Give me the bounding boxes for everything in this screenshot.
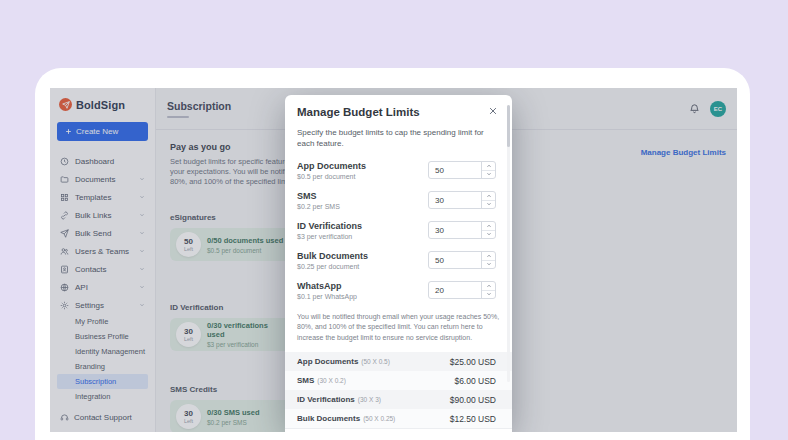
chevron-down-icon — [139, 230, 145, 236]
user-avatar[interactable]: EC — [710, 101, 726, 117]
users-icon — [60, 247, 69, 256]
sidebar-item-contacts[interactable]: Contacts — [57, 260, 148, 278]
budget-field-sms: SMS $0.2 per SMS 30 — [297, 191, 500, 210]
stepper-up-icon[interactable] — [482, 222, 495, 231]
dashboard-icon — [60, 157, 69, 166]
stepper-down-icon[interactable] — [482, 231, 495, 239]
chevron-up-icon — [139, 302, 145, 308]
sms-credits-remaining-badge: 30 Left — [176, 404, 201, 429]
close-icon[interactable] — [488, 106, 500, 118]
stepper-down-icon[interactable] — [482, 201, 495, 209]
bulk-documents-limit-input[interactable]: 50 — [428, 251, 496, 269]
contact-icon — [60, 265, 69, 274]
manage-budget-limits-modal: Manage Budget Limits Specify the budget … — [285, 95, 512, 428]
id-verification-remaining-badge: 30 Left — [176, 322, 201, 347]
grid-icon — [60, 193, 69, 202]
stepper-up-icon[interactable] — [482, 162, 495, 171]
boldsign-app: BoldSign Create New Dashboard Documents … — [50, 88, 737, 432]
stepper-up-icon[interactable] — [482, 192, 495, 201]
chevron-down-icon — [139, 266, 145, 272]
id-verification-usage-card: 30 Left 0/30 verifications used $3 per v… — [170, 318, 292, 351]
manage-budget-limits-link[interactable]: Manage Budget Limits — [641, 148, 726, 157]
sms-credits-usage-card: 30 Left 0/30 SMS used $0.2 per SMS — [170, 400, 292, 432]
boldsign-logo: BoldSign — [59, 98, 148, 111]
modal-note: You will be notified through email when … — [297, 312, 500, 344]
gear-icon — [60, 301, 69, 310]
summary-row: App Documents (50 X 0.5) $25.00 USD — [285, 352, 512, 371]
stepper-down-icon[interactable] — [482, 171, 495, 179]
sidebar-item-api[interactable]: API — [57, 278, 148, 296]
budget-field-app-documents: App Documents $0.5 per document 50 — [297, 161, 500, 180]
cost-summary: App Documents (50 X 0.5) $25.00 USD SMS … — [285, 352, 512, 428]
sidebar-subitem-integration[interactable]: Integration — [57, 389, 148, 404]
stepper-up-icon[interactable] — [482, 282, 495, 291]
sidebar-item-settings[interactable]: Settings — [57, 296, 148, 314]
chevron-down-icon — [139, 284, 145, 290]
esignatures-usage-text: 0/50 documents used — [207, 236, 283, 245]
sms-credits-rate-text: $0.2 per SMS — [207, 419, 260, 426]
stepper-down-icon[interactable] — [482, 291, 495, 299]
create-new-label: Create New — [76, 127, 118, 136]
modal-footer: Cancel Set Limits — [285, 428, 512, 432]
summary-row: ID Verifications (30 X 3) $90.00 USD — [285, 390, 512, 409]
whatsapp-limit-input[interactable]: 20 — [428, 281, 496, 299]
id-verifications-limit-input[interactable]: 30 — [428, 221, 496, 239]
summary-row: SMS (30 X 0.2) $6.00 USD — [285, 371, 512, 390]
id-verification-usage-text: 0/30 verifications used — [207, 321, 286, 339]
budget-field-bulk-documents: Bulk Documents $0.25 per document 50 — [297, 251, 500, 270]
link-icon — [60, 211, 69, 220]
budget-field-id-verifications: ID Verifications $3 per verification 30 — [297, 221, 500, 240]
headset-icon — [60, 413, 69, 422]
stepper-up-icon[interactable] — [482, 252, 495, 261]
active-tab-indicator — [167, 116, 189, 118]
chevron-down-icon — [139, 212, 145, 218]
sidebar-subitem-branding[interactable]: Branding — [57, 359, 148, 374]
sidebar-subitem-subscription[interactable]: Subscription — [57, 374, 148, 389]
esignatures-remaining-badge: 50 Left — [176, 232, 201, 257]
notifications-bell-icon[interactable] — [689, 103, 700, 114]
sms-credits-usage-text: 0/30 SMS used — [207, 408, 260, 417]
page-title: Subscription — [167, 100, 231, 112]
sms-limit-input[interactable]: 30 — [428, 191, 496, 209]
scrollbar-thumb[interactable] — [507, 105, 510, 147]
boldsign-logo-icon — [59, 98, 72, 111]
sidebar-item-users-teams[interactable]: Users & Teams — [57, 242, 148, 260]
sidebar-item-bulk-send[interactable]: Bulk Send — [57, 224, 148, 242]
chevron-down-icon — [139, 194, 145, 200]
sidebar: BoldSign Create New Dashboard Documents … — [50, 88, 156, 432]
browser-window-frame: BoldSign Create New Dashboard Documents … — [35, 68, 750, 440]
stepper-down-icon[interactable] — [482, 261, 495, 269]
chevron-down-icon — [139, 248, 145, 254]
modal-scrollbar[interactable] — [507, 105, 510, 382]
boldsign-logo-text: BoldSign — [76, 99, 125, 111]
sidebar-subitem-business-profile[interactable]: Business Profile — [57, 329, 148, 344]
esignatures-usage-card: 50 Left 0/50 documents used $0.5 per doc… — [170, 228, 292, 261]
sidebar-item-dashboard[interactable]: Dashboard — [57, 152, 148, 170]
modal-title: Manage Budget Limits — [297, 106, 420, 118]
sidebar-subitem-my-profile[interactable]: My Profile — [57, 314, 148, 329]
plus-icon — [65, 128, 72, 135]
contact-support-button[interactable]: Contact Support — [57, 409, 148, 426]
id-verification-rate-text: $3 per verification — [207, 341, 286, 348]
modal-description: Specify the budget limits to cap the spe… — [297, 128, 500, 150]
send-icon — [60, 229, 69, 238]
budget-field-whatsapp: WhatsApp $0.1 per WhatsApp 20 — [297, 281, 500, 300]
folder-icon — [60, 175, 69, 184]
sidebar-item-templates[interactable]: Templates — [57, 188, 148, 206]
sidebar-item-documents[interactable]: Documents — [57, 170, 148, 188]
summary-row: Bulk Documents (50 X 0.25) $12.50 USD — [285, 409, 512, 428]
esignatures-rate-text: $0.5 per document — [207, 247, 283, 254]
chevron-down-icon — [139, 176, 145, 182]
api-icon — [60, 283, 69, 292]
sidebar-subitem-identity-management[interactable]: Identity Management — [57, 344, 148, 359]
app-documents-limit-input[interactable]: 50 — [428, 161, 496, 179]
create-new-button[interactable]: Create New — [57, 122, 148, 141]
sidebar-item-bulk-links[interactable]: Bulk Links — [57, 206, 148, 224]
